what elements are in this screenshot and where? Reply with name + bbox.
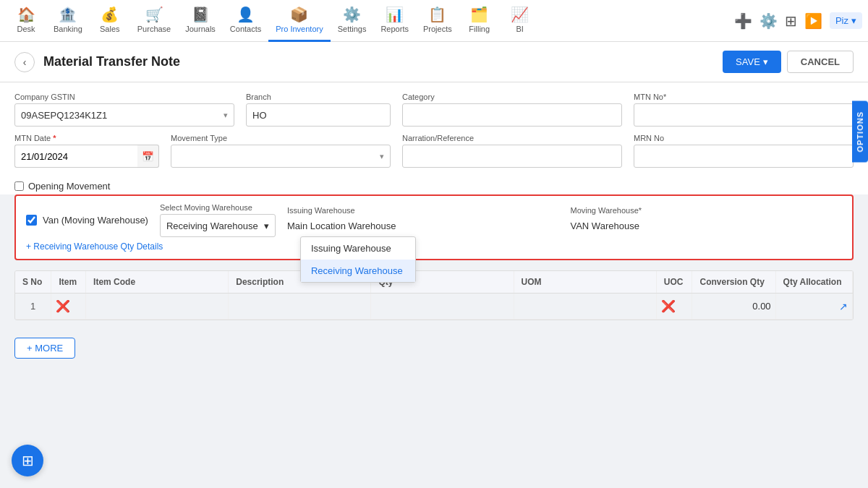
- settings-icon: ⚙️: [343, 6, 361, 23]
- add-button[interactable]: ➕: [734, 12, 752, 30]
- mtn-date-wrap: 📅: [14, 145, 159, 168]
- warehouse-box: Van (Moving Warehouse) Select Moving War…: [14, 194, 854, 260]
- nav-item-reports[interactable]: 📊 Reports: [373, 0, 416, 42]
- company-gstin-select[interactable]: 09ASEPQ1234K1Z1 ▾: [14, 103, 234, 127]
- qty-input[interactable]: [375, 299, 509, 313]
- category-input[interactable]: [402, 103, 622, 127]
- form-area: Company GSTIN 09ASEPQ1234K1Z1 ▾ Branch C…: [0, 82, 868, 194]
- narration-group: Narration/Reference: [402, 134, 622, 168]
- nav-item-desk[interactable]: 🏠 Desk: [6, 0, 46, 42]
- description-input[interactable]: [233, 299, 366, 313]
- select-moving-warehouse-select[interactable]: Receiving Warehouse ▾: [160, 214, 276, 237]
- data-table: S No Item Item Code Description Qty UOM …: [15, 271, 853, 320]
- cell-description[interactable]: [229, 294, 371, 320]
- gear-button[interactable]: ⚙️: [760, 12, 778, 30]
- mtn-date-input[interactable]: [14, 145, 137, 168]
- more-button[interactable]: + MORE: [14, 338, 75, 359]
- van-label: Van (Moving Warehouse): [43, 215, 148, 226]
- dropdown-receiving-warehouse[interactable]: Receiving Warehouse: [301, 260, 415, 282]
- bi-icon: 📈: [511, 6, 529, 23]
- user-badge[interactable]: Piz ▾: [830, 12, 862, 29]
- branch-label: Branch: [246, 93, 391, 101]
- issuing-warehouse-label: Issuing Warehouse: [287, 206, 559, 215]
- page-title: Material Transfer Note: [43, 54, 180, 69]
- van-checkbox-group: Van (Moving Warehouse): [26, 215, 148, 226]
- header-actions: SAVE ▾ CANCEL: [723, 51, 854, 73]
- nav-item-bi[interactable]: 📈 BI: [500, 0, 540, 42]
- opening-movement-label[interactable]: Opening Movement: [14, 181, 110, 192]
- cell-uoc: ❌: [656, 294, 692, 320]
- table-row: 1 ❌ ❌ 0.00: [15, 294, 853, 320]
- top-navigation: 🏠 Desk 🏦 Banking 💰 Sales 🛒 Purchase 📓 Jo…: [0, 0, 868, 42]
- opening-movement-row: Opening Movement: [14, 175, 854, 194]
- contacts-icon: 👤: [237, 6, 255, 23]
- nav-item-settings[interactable]: ⚙️ Settings: [331, 0, 374, 42]
- col-qty-allocation: Qty Allocation: [775, 271, 852, 294]
- issuing-warehouse-group: Issuing Warehouse Main Location Warehous…: [287, 206, 559, 235]
- more-button-wrap: + MORE: [0, 330, 868, 373]
- nav-item-journals[interactable]: 📓 Journals: [178, 0, 223, 42]
- warehouse-row: Van (Moving Warehouse) Select Moving War…: [26, 203, 842, 237]
- uom-input[interactable]: [519, 299, 652, 313]
- table-header-row: S No Item Item Code Description Qty UOM …: [15, 271, 853, 294]
- form-row-1: Company GSTIN 09ASEPQ1234K1Z1 ▾ Branch C…: [14, 93, 854, 127]
- nav-item-purchase[interactable]: 🛒 Purchase: [130, 0, 178, 42]
- category-group: Category: [402, 93, 622, 127]
- data-table-wrap: S No Item Item Code Description Qty UOM …: [14, 270, 854, 320]
- mtn-no-input[interactable]: [634, 103, 854, 127]
- col-conversion-qty: Conversion Qty: [692, 271, 775, 294]
- youtube-button[interactable]: ▶️: [804, 12, 822, 30]
- table-body: 1 ❌ ❌ 0.00: [15, 294, 853, 320]
- save-button[interactable]: SAVE ▾: [723, 51, 781, 73]
- cell-item-code[interactable]: [86, 294, 229, 320]
- van-moving-warehouse-checkbox[interactable]: [26, 215, 37, 226]
- mrn-no-group: MRN No: [634, 134, 854, 168]
- col-uoc: UOC: [656, 271, 692, 294]
- movement-type-label: Movement Type: [171, 134, 391, 142]
- moving-warehouse-group: Moving Warehouse* VAN Warehouse: [570, 206, 842, 235]
- movement-type-group: Movement Type ▾: [171, 134, 391, 168]
- ext-link-icon[interactable]: ↗︎: [839, 301, 848, 312]
- uoc-error-icon[interactable]: ❌: [661, 300, 676, 312]
- cancel-button[interactable]: CANCEL: [787, 51, 854, 73]
- cell-qty[interactable]: [371, 294, 514, 320]
- back-button[interactable]: ‹: [14, 52, 35, 72]
- nav-item-banking[interactable]: 🏦 Banking: [46, 0, 90, 42]
- cell-uom[interactable]: [514, 294, 656, 320]
- moving-warehouse-label: Moving Warehouse*: [570, 206, 842, 215]
- nav-item-contacts[interactable]: 👤 Contacts: [223, 0, 268, 42]
- dropdown-issuing-warehouse[interactable]: Issuing Warehouse: [301, 237, 415, 260]
- nav-item-sales[interactable]: 💰 Sales: [90, 0, 130, 42]
- mtn-no-group: MTN No*: [634, 93, 854, 127]
- receiving-qty-link[interactable]: + Receiving Warehouse Qty Details: [26, 241, 842, 252]
- narration-input[interactable]: [402, 145, 622, 168]
- select-moving-warehouse-label: Select Moving Warehouse: [160, 203, 276, 212]
- movement-type-select[interactable]: ▾: [171, 145, 391, 168]
- company-gstin-chevron-icon: ▾: [224, 111, 228, 120]
- table-header: S No Item Item Code Description Qty UOM …: [15, 271, 853, 294]
- journals-icon: 📓: [192, 6, 210, 23]
- desk-icon: 🏠: [17, 6, 35, 23]
- cell-qty-allocation[interactable]: ↗︎: [775, 294, 852, 320]
- mtn-date-label: MTN Date *: [14, 134, 159, 142]
- select-moving-chevron-icon: ▾: [264, 221, 269, 231]
- opening-movement-checkbox[interactable]: [14, 181, 24, 191]
- reports-icon: 📊: [386, 6, 404, 23]
- col-sno: S No: [15, 271, 51, 294]
- cell-sno: 1: [15, 294, 51, 320]
- calendar-icon[interactable]: 📅: [137, 145, 159, 168]
- col-uom: UOM: [514, 271, 656, 294]
- nav-item-projects[interactable]: 📋 Projects: [416, 0, 459, 42]
- item-error-icon[interactable]: ❌: [56, 300, 70, 312]
- nav-item-pro-inventory[interactable]: 📦 Pro Inventory: [268, 0, 330, 42]
- mrn-no-input[interactable]: [634, 145, 854, 168]
- branch-input[interactable]: [246, 103, 391, 127]
- col-item-code: Item Code: [86, 271, 229, 294]
- movement-type-chevron-icon: ▾: [380, 152, 384, 161]
- item-code-input[interactable]: [90, 299, 224, 313]
- grid-button[interactable]: ⊞: [785, 12, 797, 30]
- options-sidebar[interactable]: OPTIONS: [852, 101, 868, 163]
- company-gstin-label: Company GSTIN: [14, 93, 234, 101]
- category-label: Category: [402, 93, 622, 101]
- nav-item-filling[interactable]: 🗂️ Filling: [459, 0, 500, 42]
